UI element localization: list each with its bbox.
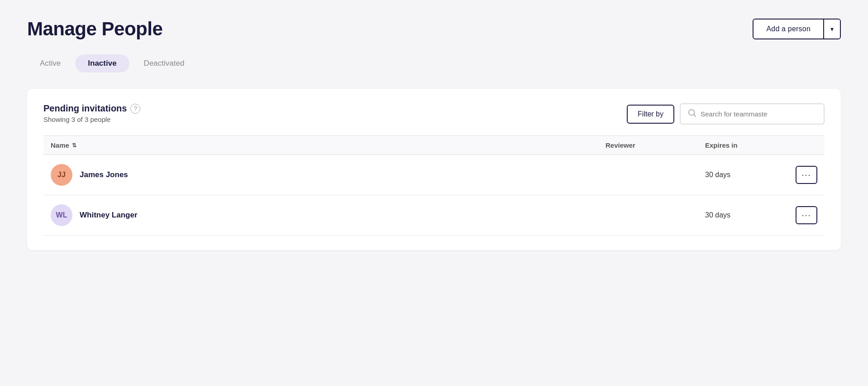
tab-active[interactable]: Active bbox=[27, 54, 73, 72]
person-name-james: James Jones bbox=[80, 170, 128, 179]
table-row: JJ James Jones 30 days ··· bbox=[43, 155, 825, 195]
avatar-james-jones: JJ bbox=[51, 164, 72, 186]
actions-cell-james: ··· bbox=[788, 166, 825, 184]
header-row: Manage People Add a person ▾ bbox=[27, 18, 841, 40]
section-title-row: Pending invitations ? bbox=[43, 103, 140, 114]
table-row: WL Whitney Langer 30 days ··· bbox=[43, 195, 825, 236]
section-title: Pending invitations bbox=[43, 103, 127, 114]
content-area: Pending invitations ? Showing 3 of 3 peo… bbox=[27, 89, 841, 250]
section-title-group: Pending invitations ? Showing 3 of 3 peo… bbox=[43, 103, 140, 123]
expires-cell-james: 30 days bbox=[698, 171, 788, 179]
add-person-btn-group: Add a person ▾ bbox=[753, 19, 841, 39]
sort-icon[interactable]: ⇅ bbox=[72, 142, 76, 149]
person-name-whitney: Whitney Langer bbox=[80, 211, 138, 220]
page-container: Manage People Add a person ▾ Active Inac… bbox=[27, 18, 841, 250]
search-input[interactable] bbox=[701, 110, 816, 118]
tabs-row: Active Inactive Deactivated bbox=[27, 54, 841, 72]
section-header: Pending invitations ? Showing 3 of 3 peo… bbox=[43, 103, 825, 125]
chevron-down-icon: ▾ bbox=[830, 25, 834, 33]
section-controls: Filter by bbox=[627, 103, 825, 125]
col-header-actions bbox=[788, 141, 825, 149]
more-actions-button-whitney[interactable]: ··· bbox=[796, 206, 817, 224]
col-header-expires: Expires in bbox=[698, 141, 788, 149]
person-cell-whitney: WL Whitney Langer bbox=[43, 204, 598, 226]
svg-line-1 bbox=[694, 115, 696, 117]
showing-count: Showing 3 of 3 people bbox=[43, 116, 140, 123]
person-cell-james: JJ James Jones bbox=[43, 164, 598, 186]
col-header-name: Name ⇅ bbox=[43, 141, 598, 149]
add-person-button[interactable]: Add a person bbox=[754, 19, 823, 39]
tab-inactive[interactable]: Inactive bbox=[75, 54, 129, 72]
help-icon[interactable]: ? bbox=[130, 104, 140, 114]
table-header: Name ⇅ Reviewer Expires in bbox=[43, 135, 825, 155]
page-title: Manage People bbox=[27, 18, 162, 40]
search-box bbox=[680, 103, 825, 125]
col-header-reviewer: Reviewer bbox=[598, 141, 698, 149]
expires-cell-whitney: 30 days bbox=[698, 211, 788, 219]
more-actions-button-james[interactable]: ··· bbox=[796, 166, 817, 184]
filter-button[interactable]: Filter by bbox=[627, 105, 674, 124]
add-person-dropdown-button[interactable]: ▾ bbox=[823, 19, 840, 39]
search-icon bbox=[688, 109, 696, 119]
avatar-whitney-langer: WL bbox=[51, 204, 72, 226]
actions-cell-whitney: ··· bbox=[788, 206, 825, 224]
tab-deactivated[interactable]: Deactivated bbox=[131, 54, 197, 72]
